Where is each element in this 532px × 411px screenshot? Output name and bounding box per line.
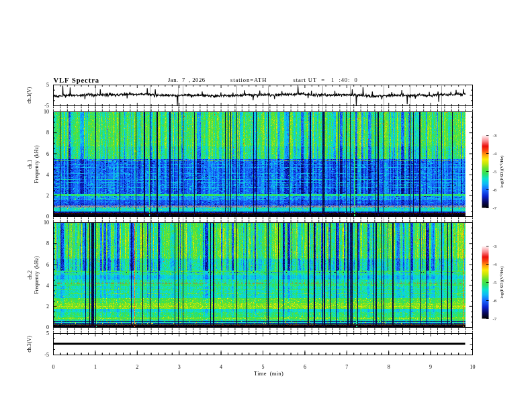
svg-text:-5: -5 xyxy=(493,280,497,285)
svg-text:VLF Spectra: VLF Spectra xyxy=(54,77,99,84)
svg-text:10: 10 xyxy=(44,220,49,226)
svg-text:-7: -7 xyxy=(493,205,497,211)
svg-text:6: 6 xyxy=(46,151,49,157)
svg-text:-4: -4 xyxy=(493,151,497,156)
svg-text:2: 2 xyxy=(46,193,49,199)
svg-text:ch.1(V): ch.1(V) xyxy=(26,87,32,103)
svg-text:5: 5 xyxy=(46,82,49,88)
svg-text:8: 8 xyxy=(46,240,49,246)
svg-text:0: 0 xyxy=(52,364,55,370)
svg-text:4: 4 xyxy=(220,364,222,370)
svg-text:Time (min): Time (min) xyxy=(254,370,283,377)
svg-text:-3: -3 xyxy=(493,244,497,249)
svg-text:ch.2: ch.2 xyxy=(27,271,33,280)
svg-text:5: 5 xyxy=(262,364,265,370)
svg-text:4: 4 xyxy=(46,283,49,289)
svg-text:8: 8 xyxy=(46,130,49,136)
svg-text:2: 2 xyxy=(136,364,138,370)
svg-text:-6: -6 xyxy=(493,298,497,304)
svg-text:0: 0 xyxy=(46,324,49,330)
svg-text:9: 9 xyxy=(429,364,432,370)
svg-text:Frequency (kHz): Frequency (kHz) xyxy=(34,145,40,183)
svg-text:log(PSD)(V²/Hz): log(PSD)(V²/Hz) xyxy=(499,266,504,299)
svg-text:1: 1 xyxy=(94,364,97,370)
svg-text:7: 7 xyxy=(345,364,348,370)
svg-text:0: 0 xyxy=(46,214,49,220)
svg-text:ch.3(V): ch.3(V) xyxy=(26,336,32,353)
svg-text:-5: -5 xyxy=(44,103,49,109)
svg-text:-5: -5 xyxy=(493,169,497,175)
svg-text:5: 5 xyxy=(46,330,49,336)
svg-text:2: 2 xyxy=(46,304,49,310)
svg-text:4: 4 xyxy=(46,172,49,178)
svg-text:-5: -5 xyxy=(44,352,49,358)
svg-text:10: 10 xyxy=(44,109,49,115)
svg-text:6: 6 xyxy=(46,262,49,268)
svg-text:10: 10 xyxy=(470,364,476,370)
svg-text:3: 3 xyxy=(178,364,181,370)
svg-text:log(PSD)(V²/Hz): log(PSD)(V²/Hz) xyxy=(499,155,504,188)
svg-text:Jan. 7 , 2026: Jan. 7 , 2026 xyxy=(168,77,206,83)
svg-text:-6: -6 xyxy=(493,187,497,193)
svg-text:start UT = 1 :40: 0: start UT = 1 :40: 0 xyxy=(294,77,358,83)
svg-text:station=ATH: station=ATH xyxy=(230,77,267,83)
svg-text:-4: -4 xyxy=(493,262,497,267)
svg-text:6: 6 xyxy=(304,364,306,370)
svg-text:8: 8 xyxy=(388,364,390,370)
svg-text:Frequency (kHz): Frequency (kHz) xyxy=(34,256,40,294)
svg-text:-3: -3 xyxy=(493,133,497,138)
svg-text:ch.1: ch.1 xyxy=(27,160,33,169)
svg-text:-7: -7 xyxy=(493,316,497,322)
